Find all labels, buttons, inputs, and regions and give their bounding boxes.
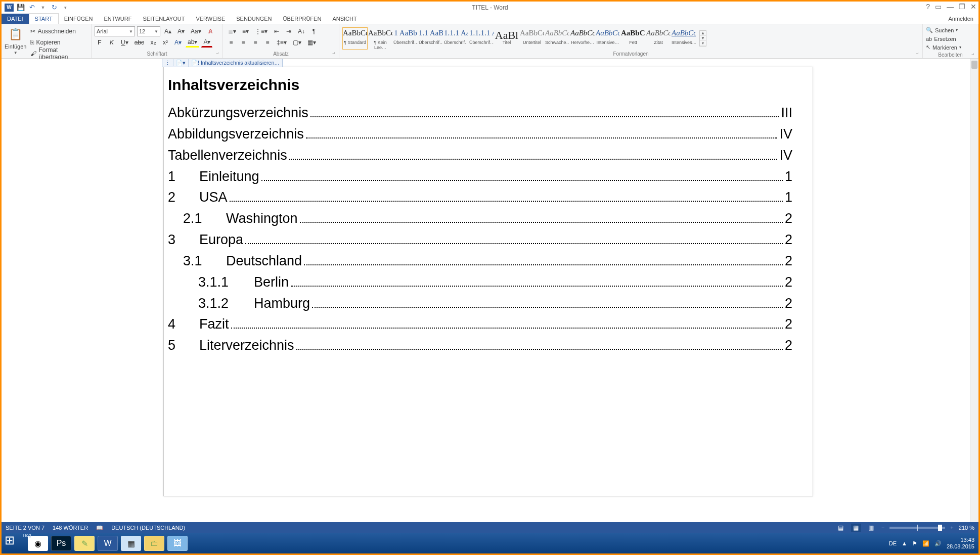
style-tile[interactable]: 1.1.1 AaÜberschrif… — [443, 27, 469, 50]
increase-indent-button[interactable]: ⇥ — [284, 26, 294, 36]
format-painter-button[interactable]: 🖌Format übertragen — [28, 49, 88, 59]
tab-view[interactable]: ANSICHT — [327, 14, 362, 24]
toc-options-button[interactable]: 📄▾ — [173, 59, 189, 67]
highlight-button[interactable]: ab▾ — [186, 37, 199, 48]
tab-start[interactable]: START — [29, 13, 59, 24]
toc-entry[interactable]: AbbildungsverzeichnisIV — [168, 124, 792, 145]
tab-mailings[interactable]: SENDUNGEN — [231, 14, 277, 24]
show-marks-button[interactable]: ¶ — [309, 26, 319, 36]
document-page[interactable]: ⋮ 📄▾ 📄!Inhaltsverzeichnis aktualisieren…… — [163, 67, 813, 496]
toc-entry[interactable]: 2USA1 — [168, 187, 792, 208]
toc-handle-icon[interactable]: ⋮ — [162, 59, 173, 66]
toc-entry[interactable]: 4Fazit2 — [168, 314, 792, 335]
tray-flag-icon[interactable]: ⚑ — [912, 540, 917, 547]
tab-design[interactable]: ENTWURF — [98, 14, 137, 24]
font-size-combo[interactable]: 12▼ — [137, 26, 160, 36]
paste-button[interactable]: 📋 Einfügen ▼ — [5, 26, 26, 55]
style-tile[interactable]: AaBbCcZitat — [646, 27, 671, 50]
zoom-out-button[interactable]: − — [881, 525, 884, 531]
tray-language[interactable]: DE — [889, 540, 897, 546]
style-tile[interactable]: AaBbCcDIntensive… — [595, 27, 620, 50]
style-tile[interactable]: 1.1.1.1 AÜberschrif… — [469, 27, 494, 50]
taskbar-explorer-icon[interactable]: 🗀 — [144, 536, 164, 551]
align-center-button[interactable]: ≡ — [238, 37, 248, 48]
style-tile[interactable]: AaBbCcIntensives… — [671, 27, 696, 50]
superscript-button[interactable]: x² — [160, 37, 170, 48]
style-tile[interactable]: AaBbCc¶ Standard — [342, 27, 368, 50]
borders-button[interactable]: ▦▾ — [305, 37, 318, 48]
tray-volume-icon[interactable]: 🔊 — [934, 540, 942, 547]
style-tile[interactable]: AaBlTitel — [494, 27, 519, 50]
sort-button[interactable]: A↓ — [296, 26, 307, 36]
text-effects-button[interactable]: A▾ — [172, 37, 184, 48]
subscript-button[interactable]: x₂ — [148, 37, 158, 48]
style-tile[interactable]: 1 AaBbÜberschrif… — [393, 27, 418, 50]
styles-scroll[interactable]: ▲▼▾ — [699, 30, 706, 47]
font-color-button[interactable]: A▾ — [201, 37, 212, 48]
tray-network-icon[interactable]: 📶 — [922, 540, 929, 547]
clear-formatting-button[interactable]: A̷ — [205, 26, 215, 36]
numbering-button[interactable]: ≡▾ — [240, 26, 251, 36]
undo-dropdown-icon[interactable]: ▼ — [39, 4, 47, 12]
bullets-button[interactable]: ≣▾ — [226, 26, 238, 36]
toc-entry[interactable]: 5Literverzeichnis2 — [168, 335, 792, 356]
grow-font-button[interactable]: A▴ — [162, 26, 173, 36]
align-left-button[interactable]: ≡ — [226, 37, 236, 48]
toc-entry[interactable]: TabellenverzeichnisIV — [168, 145, 792, 166]
document-workspace[interactable]: ^ ⋮ 📄▾ 📄!Inhaltsverzeichnis aktualisiere… — [2, 59, 978, 522]
style-tile[interactable]: AaBbCcFett — [620, 27, 646, 50]
zoom-level[interactable]: 210 % — [959, 525, 974, 531]
toc-entry[interactable]: 1Einleitung1 — [168, 166, 792, 188]
bold-button[interactable]: F — [95, 37, 105, 48]
tab-insert[interactable]: EINFÜGEN — [59, 14, 99, 24]
shrink-font-button[interactable]: A▾ — [175, 26, 187, 36]
tray-show-hidden-icon[interactable]: ▲ — [902, 540, 907, 546]
justify-button[interactable]: ≡ — [262, 37, 273, 48]
zoom-in-button[interactable]: + — [950, 525, 953, 531]
tab-file[interactable]: DATEI — [2, 14, 29, 24]
toc-entry[interactable]: 2.1Washington2 — [168, 208, 792, 229]
multilevel-list-button[interactable]: ⋮≡▾ — [253, 26, 270, 36]
minimize-icon[interactable]: — — [947, 3, 954, 11]
toc-entry[interactable]: 3.1.1Berlin2 — [168, 272, 792, 293]
style-tile[interactable]: AaBbCcDHervorhe… — [570, 27, 595, 50]
redo-icon[interactable]: ↻ — [50, 4, 58, 12]
tab-review[interactable]: ÜBERPRÜFEN — [278, 14, 327, 24]
view-web-layout-button[interactable]: ▥ — [866, 524, 876, 532]
zoom-slider-knob[interactable] — [938, 525, 942, 531]
taskbar-word-icon[interactable]: W — [98, 536, 118, 551]
underline-button[interactable]: U▾ — [119, 37, 130, 48]
change-case-button[interactable]: Aa▾ — [189, 26, 203, 36]
font-name-combo[interactable]: Arial▼ — [95, 26, 135, 36]
shading-button[interactable]: ▢▾ — [291, 37, 303, 48]
status-word-count[interactable]: 148 WÖRTER — [53, 525, 88, 531]
status-proofing-icon[interactable]: 📖 — [96, 525, 103, 531]
view-read-mode-button[interactable]: ▤ — [836, 524, 846, 532]
scrollbar-thumb[interactable] — [971, 61, 977, 69]
taskbar-chrome-icon[interactable]: ◉ — [28, 536, 48, 551]
taskbar-calc-icon[interactable]: ▦ — [121, 536, 141, 551]
cut-button[interactable]: ✂Ausschneiden — [28, 26, 88, 36]
close-icon[interactable]: ✕ — [970, 3, 976, 11]
taskbar-photoshop-icon[interactable]: Ps — [51, 536, 71, 551]
line-spacing-button[interactable]: ‡≡▾ — [275, 37, 289, 48]
taskbar-photos-icon[interactable]: 🖼 — [167, 536, 188, 551]
toc-entry[interactable]: 3.1.2Hamburg2 — [168, 293, 792, 314]
style-tile[interactable]: 1.1 AaBÜberschrif… — [418, 27, 443, 50]
tab-page-layout[interactable]: SEITENLAYOUT — [137, 14, 190, 24]
vertical-scrollbar[interactable] — [970, 59, 978, 522]
strikethrough-button[interactable]: abc — [132, 37, 146, 48]
view-print-layout-button[interactable]: ▦ — [851, 524, 861, 532]
style-tile[interactable]: AaBbCcDUntertitel — [519, 27, 545, 50]
decrease-indent-button[interactable]: ⇤ — [272, 26, 282, 36]
find-button[interactable]: 🔍Suchen▾ — [926, 26, 975, 34]
italic-button[interactable]: K — [107, 37, 117, 48]
toc-update-button[interactable]: 📄!Inhaltsverzeichnis aktualisieren… — [189, 59, 283, 67]
toc-entry[interactable]: 3Europa2 — [168, 229, 792, 251]
qat-customize-icon[interactable]: ▾ — [61, 4, 69, 12]
toc-entry[interactable]: 3.1Deutschland2 — [168, 251, 792, 272]
maximize-icon[interactable]: ❐ — [959, 3, 965, 11]
undo-icon[interactable]: ↶ — [28, 4, 36, 12]
copy-button[interactable]: ⎘Kopieren — [28, 37, 88, 48]
align-right-button[interactable]: ≡ — [250, 37, 260, 48]
